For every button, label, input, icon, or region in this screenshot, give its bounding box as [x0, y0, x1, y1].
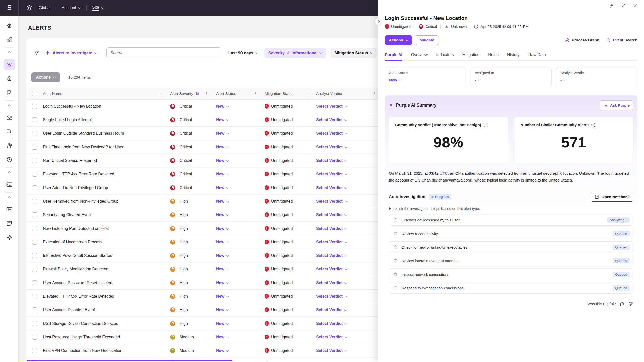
- alert-status-dropdown[interactable]: New: [216, 253, 229, 258]
- row-checkbox[interactable]: [32, 158, 37, 163]
- report-table-icon[interactable]: [4, 204, 15, 215]
- tab-indicators[interactable]: Indicators: [436, 53, 454, 60]
- filter-funnel-icon[interactable]: [34, 50, 39, 56]
- scope-account[interactable]: Account: [62, 6, 81, 10]
- alert-status-dropdown[interactable]: New: [216, 335, 229, 339]
- table-row[interactable]: Single Failed Login Attempt Critical New…: [26, 113, 389, 127]
- row-checkbox[interactable]: [32, 104, 37, 109]
- select-verdict-dropdown[interactable]: Select Verdict: [316, 321, 347, 326]
- table-row[interactable]: User Added to Non-Privileged Group Criti…: [26, 181, 389, 195]
- table-row[interactable]: User Account Disabled Event High New !Un…: [26, 303, 389, 317]
- row-checkbox[interactable]: [32, 321, 37, 326]
- info-icon[interactable]: i: [591, 123, 595, 127]
- alert-name-cell[interactable]: First Time Login from New Device/IP for …: [43, 145, 164, 149]
- event-search-link[interactable]: Event Search: [606, 38, 637, 43]
- select-verdict-dropdown[interactable]: Select Verdict: [316, 186, 347, 190]
- pinwheel-icon[interactable]: [4, 20, 15, 32]
- select-verdict-dropdown[interactable]: Select Verdict: [316, 308, 347, 312]
- copy-link-icon[interactable]: [609, 3, 614, 8]
- alert-status-dropdown[interactable]: New: [216, 348, 229, 353]
- alert-name-cell[interactable]: User Added to Non-Privileged Group: [43, 186, 164, 190]
- row-checkbox[interactable]: [32, 145, 37, 150]
- scope-global[interactable]: Global: [39, 6, 50, 10]
- horizontal-scrollbar[interactable]: [27, 360, 232, 361]
- row-checkbox[interactable]: [32, 199, 37, 204]
- table-row[interactable]: First Time Login from New Device/IP for …: [26, 140, 389, 154]
- select-verdict-dropdown[interactable]: Select Verdict: [316, 348, 347, 353]
- tab-notes[interactable]: Notes: [488, 53, 499, 60]
- settings-gear-icon[interactable]: [4, 232, 15, 243]
- select-verdict-dropdown[interactable]: Select Verdict: [316, 172, 347, 176]
- table-row[interactable]: Elevated HTTP 5xx Error Rate Detected Hi…: [26, 290, 389, 303]
- row-checkbox[interactable]: [32, 240, 37, 245]
- select-all-checkbox[interactable]: [32, 91, 37, 96]
- filter-preset-dropdown[interactable]: Alerts to investigate: [45, 50, 97, 55]
- row-checkbox[interactable]: [32, 294, 37, 299]
- severity-filter-chip[interactable]: Severity ≠ Informational: [264, 48, 326, 58]
- select-verdict-dropdown[interactable]: Select Verdict: [316, 253, 347, 258]
- alert-status-dropdown[interactable]: New: [216, 321, 229, 326]
- alert-name-cell[interactable]: Host Resource Usage Threshold Exceeded: [43, 335, 164, 339]
- alert-status-dropdown[interactable]: New: [216, 131, 229, 136]
- open-notebook-button[interactable]: Open Notebook: [591, 192, 633, 202]
- alert-name-cell[interactable]: Non-Critical Service Restarted: [43, 158, 164, 163]
- row-checkbox[interactable]: [32, 226, 37, 231]
- table-row[interactable]: User Login Outside Standard Business Hou…: [26, 127, 389, 140]
- column-menu-icon[interactable]: ⋮: [305, 91, 309, 96]
- thumbs-down-icon[interactable]: [628, 301, 633, 306]
- column-header-alert-status[interactable]: Alert Status: [216, 91, 265, 96]
- alert-name-cell[interactable]: User Account Disabled Event: [43, 308, 164, 312]
- alert-name-cell[interactable]: User Removed from Non-Privileged Group: [43, 199, 164, 204]
- ask-purple-button[interactable]: Ask Purple: [600, 100, 633, 110]
- investigation-step[interactable]: Check for new or unknown executables Que…: [389, 241, 633, 253]
- column-menu-icon[interactable]: ⋮: [205, 91, 209, 96]
- investigation-step[interactable]: Review recent activity Queued: [389, 228, 633, 239]
- select-verdict-dropdown[interactable]: Select Verdict: [316, 213, 347, 217]
- row-checkbox[interactable]: [32, 267, 37, 272]
- alert-name-cell[interactable]: USB Storage Device Connection Detected: [43, 321, 164, 326]
- table-row[interactable]: First VPN Connection from New Geolocatio…: [26, 344, 389, 357]
- alert-name-cell[interactable]: Elevated HTTP 5xx Error Rate Detected: [43, 294, 164, 299]
- row-checkbox[interactable]: [32, 253, 37, 258]
- alert-status-dropdown[interactable]: New: [216, 226, 229, 231]
- select-verdict-dropdown[interactable]: Select Verdict: [316, 294, 347, 299]
- investigation-step[interactable]: Review lateral movement attempts Queued: [389, 255, 633, 266]
- alert-name-cell[interactable]: User Login Outside Standard Business Hou…: [43, 131, 164, 136]
- select-verdict-dropdown[interactable]: Select Verdict: [316, 281, 347, 285]
- alert-name-cell[interactable]: Firewall Policy Modification Detected: [43, 267, 164, 272]
- mitigate-button[interactable]: Mitigate: [415, 35, 439, 45]
- alert-status-dropdown[interactable]: New: [216, 158, 229, 163]
- alert-name-cell[interactable]: User Account Password Reset Initiated: [43, 281, 164, 285]
- info-icon[interactable]: i: [484, 123, 488, 127]
- tab-raw-data[interactable]: Raw Data: [528, 53, 546, 60]
- column-menu-icon[interactable]: ⋮: [373, 91, 377, 96]
- table-row[interactable]: User Removed from Non-Privileged Group H…: [26, 195, 389, 208]
- alert-status-dropdown[interactable]: New: [216, 104, 229, 109]
- expand-icon[interactable]: [621, 3, 626, 8]
- table-row[interactable]: Elevated HTTP 4xx Error Rate Detected Cr…: [26, 167, 389, 181]
- section-collapse-icon[interactable]: [4, 195, 15, 201]
- table-row[interactable]: Host Resource Usage Threshold Exceeded M…: [26, 330, 389, 344]
- tab-overview[interactable]: Overview: [411, 53, 428, 60]
- column-header-alert-name[interactable]: Alert Name: [43, 91, 164, 96]
- select-verdict-dropdown[interactable]: Select Verdict: [316, 199, 347, 204]
- row-checkbox[interactable]: [32, 185, 37, 190]
- alert-status-dropdown[interactable]: New: [389, 78, 462, 82]
- tab-mitigation[interactable]: Mitigation: [462, 53, 479, 60]
- alert-status-dropdown[interactable]: New: [216, 118, 229, 122]
- row-checkbox[interactable]: [32, 212, 37, 217]
- alert-name-cell[interactable]: Execution of Uncommon Process: [43, 240, 164, 244]
- investigation-step[interactable]: Inspect network connections Queued: [389, 268, 633, 280]
- alert-name-cell[interactable]: Interactive PowerShell Session Started: [43, 253, 164, 258]
- row-checkbox[interactable]: [32, 307, 37, 312]
- select-verdict-dropdown[interactable]: Select Verdict: [316, 335, 347, 339]
- section-collapse-icon[interactable]: [4, 103, 15, 109]
- assigned-to-dropdown[interactable]: -: [475, 78, 548, 82]
- table-row[interactable]: USB Storage Device Connection Detected H…: [26, 317, 389, 330]
- search-input[interactable]: Search: [106, 47, 221, 58]
- terminal-icon[interactable]: [4, 179, 15, 190]
- close-icon[interactable]: [633, 3, 637, 8]
- analyst-verdict-dropdown[interactable]: -: [560, 78, 633, 82]
- alert-status-dropdown[interactable]: New: [216, 145, 229, 149]
- select-verdict-dropdown[interactable]: Select Verdict: [316, 158, 347, 163]
